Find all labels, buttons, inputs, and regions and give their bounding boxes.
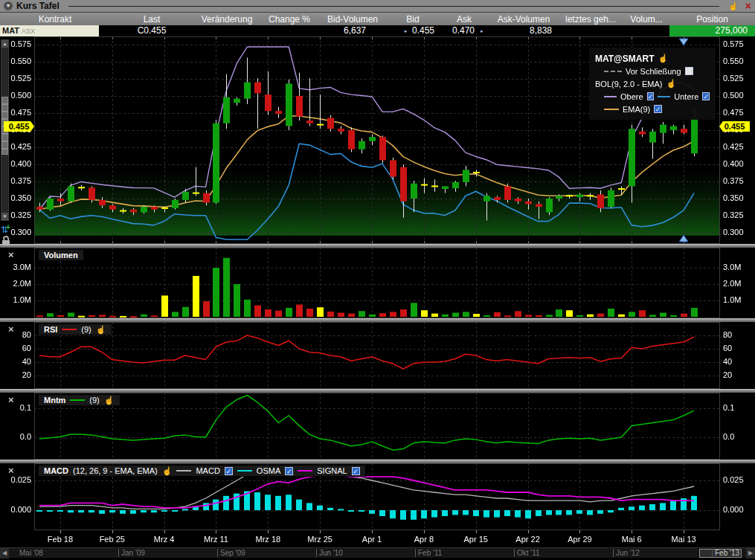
timeline-label: Sep '09 <box>217 549 245 557</box>
axis-tick-label: 0.300 <box>723 228 751 236</box>
check-icon: ✓ <box>703 93 709 100</box>
axis-tick-label: 1.0M <box>3 295 31 304</box>
axis-tick-label: 2.0M <box>723 279 751 288</box>
axis-tick-label: 60 <box>723 344 751 353</box>
axis-tick-label: 0.350 <box>723 193 751 202</box>
col-bid[interactable]: Bid <box>387 14 439 25</box>
contract-cell[interactable]: MATASX <box>0 25 110 36</box>
last-price-marker-left: 0.455 <box>4 121 34 132</box>
hand-cursor-icon[interactable]: ☝ <box>104 396 115 405</box>
axis-tick-label: 0.025 <box>3 475 31 484</box>
ask-dot-icon: ● <box>480 25 483 36</box>
osma-line-sample <box>237 470 252 472</box>
kurs-tafel-window: ▼ Kurs Tafel ☝ × Kontrakt Last Veränderu… <box>0 0 755 560</box>
chart-legend: MAT@SMART ☝ Vor Schließung BOL(9, 2.0 - … <box>589 48 716 120</box>
close-icon[interactable]: × <box>745 1 751 10</box>
timeline-right-icon[interactable]: ▶ <box>746 548 755 559</box>
lower-band-checkbox[interactable]: ✓ <box>702 92 710 100</box>
lock-icon[interactable] <box>2 236 11 246</box>
timeline-label: Feb '13 <box>712 549 739 557</box>
col-volum[interactable]: Volum... <box>623 14 669 25</box>
check-icon: ✓ <box>226 468 232 475</box>
macd-param: (12, 26, 9 - EMA, EMA) <box>73 466 158 475</box>
bid-value: 0.455 <box>412 25 434 36</box>
axis-tick-label: 0.000 <box>723 505 751 514</box>
pre-close-line-sample <box>604 71 622 72</box>
col-position[interactable]: Position <box>669 14 755 25</box>
osma-checkbox[interactable]: ✓ <box>285 467 293 475</box>
macd-panel-header: MACD (12, 26, 9 - EMA, EMA) ☝ MACD ✓ OSM… <box>38 465 366 477</box>
title-divider <box>68 6 719 7</box>
exchange: ASX <box>22 28 35 35</box>
bid-price[interactable]: ●0.455 <box>387 25 439 36</box>
col-kontrakt[interactable]: Kontrakt <box>0 14 110 25</box>
hand-tool-icon[interactable]: ☝ <box>728 1 739 11</box>
collapse-panel-icon[interactable]: ▼ <box>4 1 13 10</box>
ask-price[interactable]: 0.470● <box>439 25 489 36</box>
rsi-line-sample <box>62 329 77 330</box>
upper-band-checkbox[interactable]: ✓ <box>647 92 655 100</box>
ema-label: EMA(9) <box>623 105 650 114</box>
x-axis <box>0 530 755 547</box>
upper-band-label: Obere <box>620 92 643 101</box>
col-ask[interactable]: Ask <box>439 14 489 25</box>
check-icon: ✓ <box>353 468 359 475</box>
axis-tick-label: 0.375 <box>723 176 751 185</box>
bid-dot-icon: ● <box>404 25 407 36</box>
timeline-label: Jan '09 <box>118 549 145 557</box>
rsi-chart[interactable] <box>0 322 755 389</box>
col-bid-volumen[interactable]: Bid-Volumen <box>318 14 387 25</box>
hand-cursor-icon[interactable]: ☝ <box>162 466 173 476</box>
mntm-panel-close-icon[interactable]: × <box>8 394 14 405</box>
scroll-down-icon[interactable]: ▼ <box>1 213 8 220</box>
axis-tick-label: 0.425 <box>723 142 751 151</box>
quote-table-header: Kontrakt Last Veränderung Change % Bid-V… <box>0 13 755 25</box>
axis-tick-label: 3.0M <box>723 263 751 271</box>
col-change-pct[interactable]: Change % <box>260 14 318 25</box>
macd-panel-close-icon[interactable]: × <box>8 465 14 476</box>
rsi-panel-label: RSI <box>44 325 57 334</box>
volume-panel-header: Volumen <box>38 249 84 261</box>
bollinger-label[interactable]: BOL(9, 2.0 - EMA) <box>595 80 662 88</box>
lower-band-line-sample <box>658 96 670 97</box>
axis-tick-label: 0.550 <box>723 57 751 65</box>
col-ask-volumen[interactable]: Ask-Volumen <box>489 14 558 25</box>
check-icon: ✓ <box>648 93 654 100</box>
macd-checkbox[interactable]: ✓ <box>225 467 233 475</box>
timeline-label: Mai '08 <box>19 549 43 557</box>
rsi-panel-close-icon[interactable]: × <box>8 324 14 335</box>
timeline-left-icon[interactable]: ◀ <box>0 548 9 559</box>
axis-tick-label: 80 <box>723 330 751 339</box>
check-icon: ✓ <box>286 468 292 475</box>
signal-checkbox[interactable]: ✓ <box>352 467 360 475</box>
volume-value <box>623 25 669 36</box>
timeline-scrollbar[interactable]: ◀ ▶ Mai '08Jan '09Sep '09Jun '10Feb '11O… <box>0 547 755 558</box>
legend-symbol[interactable]: MAT@SMART <box>595 54 654 64</box>
autoscale-plus-icon[interactable]: + <box>6 223 10 231</box>
position-value: 275,000 <box>669 25 755 36</box>
rsi-param: (9) <box>81 325 91 334</box>
hand-cursor-icon[interactable]: ☝ <box>658 54 668 63</box>
macd-line-sample <box>176 470 191 472</box>
bid-volume: 6,637 <box>318 25 387 36</box>
ema-line-sample <box>604 109 619 110</box>
col-last[interactable]: Last <box>110 14 193 25</box>
axis-tick-label: 0.0 <box>723 432 751 441</box>
timeline-label: Jun '10 <box>316 549 343 557</box>
scroll-up-icon[interactable]: ▲ <box>1 40 8 48</box>
change-pct-value <box>260 25 318 36</box>
ema-checkbox[interactable]: ✓ <box>654 105 662 113</box>
axis-tick-label: 40 <box>3 357 31 366</box>
col-veraenderung[interactable]: Veränderung <box>193 14 260 25</box>
volume-panel-close-icon[interactable]: × <box>8 249 14 260</box>
volume-chart[interactable] <box>0 248 755 318</box>
axis-tick-label: 0.400 <box>723 159 751 168</box>
title-bar: ▼ Kurs Tafel ☝ × <box>0 0 755 13</box>
axis-tick-label: 0.1 <box>723 403 751 412</box>
hand-cursor-icon[interactable]: ☝ <box>96 325 106 335</box>
hand-cursor-icon[interactable]: ☝ <box>666 79 676 88</box>
pre-close-checkbox[interactable] <box>685 67 693 75</box>
macd-series-label: MACD <box>196 466 219 475</box>
mntm-line-sample <box>70 399 85 401</box>
col-letztes-geh[interactable]: letztes geh... <box>558 14 623 25</box>
